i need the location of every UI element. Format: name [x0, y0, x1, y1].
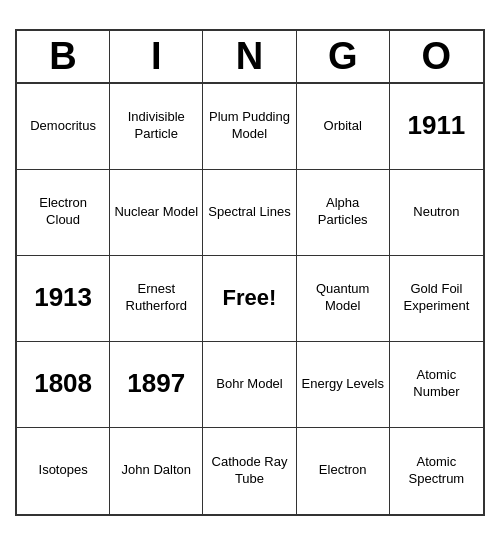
- bingo-cell-3: Orbital: [297, 84, 390, 170]
- bingo-cell-15: 1808: [17, 342, 110, 428]
- bingo-header-letter-G: G: [297, 31, 390, 82]
- bingo-cell-6: Nuclear Model: [110, 170, 203, 256]
- bingo-cell-13: Quantum Model: [297, 256, 390, 342]
- bingo-cell-11: Ernest Rutherford: [110, 256, 203, 342]
- bingo-cell-1: Indivisible Particle: [110, 84, 203, 170]
- bingo-header-letter-B: B: [17, 31, 110, 82]
- bingo-cell-23: Electron: [297, 428, 390, 514]
- bingo-header: BINGO: [17, 31, 483, 84]
- bingo-header-letter-I: I: [110, 31, 203, 82]
- bingo-cell-4: 1911: [390, 84, 483, 170]
- bingo-header-letter-N: N: [203, 31, 296, 82]
- bingo-cell-7: Spectral Lines: [203, 170, 296, 256]
- bingo-cell-10: 1913: [17, 256, 110, 342]
- bingo-cell-2: Plum Pudding Model: [203, 84, 296, 170]
- bingo-cell-0: Democritus: [17, 84, 110, 170]
- bingo-grid: DemocritusIndivisible ParticlePlum Puddi…: [17, 84, 483, 514]
- bingo-cell-12: Free!: [203, 256, 296, 342]
- bingo-cell-19: Atomic Number: [390, 342, 483, 428]
- bingo-cell-20: Isotopes: [17, 428, 110, 514]
- bingo-cell-16: 1897: [110, 342, 203, 428]
- bingo-cell-14: Gold Foil Experiment: [390, 256, 483, 342]
- bingo-cell-5: Electron Cloud: [17, 170, 110, 256]
- bingo-cell-8: Alpha Particles: [297, 170, 390, 256]
- bingo-cell-9: Neutron: [390, 170, 483, 256]
- bingo-header-letter-O: O: [390, 31, 483, 82]
- bingo-cell-21: John Dalton: [110, 428, 203, 514]
- bingo-cell-22: Cathode Ray Tube: [203, 428, 296, 514]
- bingo-cell-24: Atomic Spectrum: [390, 428, 483, 514]
- bingo-card: BINGO DemocritusIndivisible ParticlePlum…: [15, 29, 485, 516]
- bingo-cell-17: Bohr Model: [203, 342, 296, 428]
- bingo-cell-18: Energy Levels: [297, 342, 390, 428]
